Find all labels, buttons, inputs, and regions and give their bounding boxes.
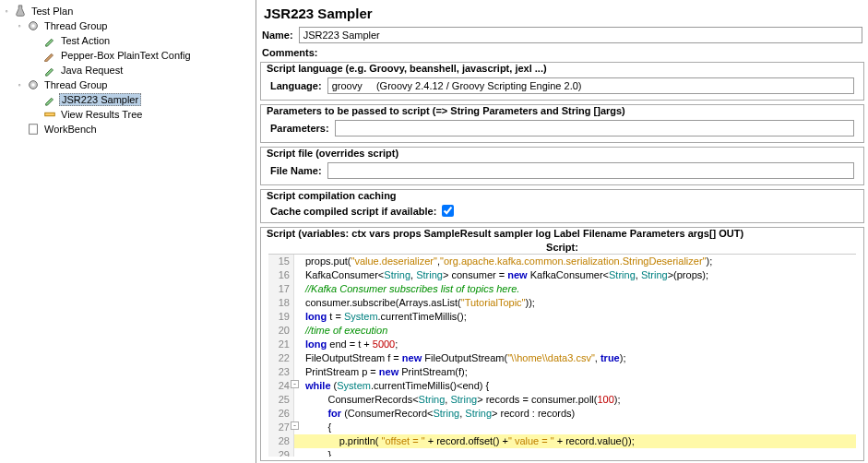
language-fieldset: Script language (e.g. Groovy, beanshell,…	[260, 62, 864, 101]
language-legend: Script language (e.g. Groovy, beanshell,…	[265, 63, 549, 74]
gear-icon	[26, 77, 41, 92]
code-area[interactable]: props.put("value.deserializer","org.apac…	[294, 255, 856, 457]
tree-label: Pepper-Box PlainText Config	[59, 50, 193, 61]
cache-legend: Script compilation caching	[265, 190, 398, 201]
language-label: Language:	[270, 80, 322, 91]
tree-label: JSR223 Sampler	[59, 93, 141, 106]
tree-label: View Results Tree	[59, 109, 144, 120]
properties-panel: JSR223 Sampler Name: Comments: Script la…	[256, 0, 868, 463]
tree-toggle-icon[interactable]: ◦	[2, 6, 11, 16]
svg-rect-4	[45, 113, 55, 116]
gear-icon	[26, 18, 41, 33]
cache-checkbox[interactable]	[442, 205, 454, 217]
tree-label: Test Action	[59, 35, 112, 46]
scriptfile-fieldset: Script file (overrides script) File Name…	[260, 147, 864, 185]
scriptfile-legend: Script file (overrides script)	[265, 148, 400, 159]
tree-label: Java Request	[59, 65, 125, 76]
name-input[interactable]	[299, 27, 862, 43]
tree-toggle-icon[interactable]: ◦	[15, 80, 24, 89]
ruler-icon	[42, 107, 57, 122]
tree-item-java-request[interactable]: Java Request	[2, 63, 254, 77]
tree-root[interactable]: ◦ Test Plan	[2, 4, 254, 18]
tree-item-test-action[interactable]: Test Action	[2, 33, 254, 48]
tree-item-thread-group-2[interactable]: ◦ Thread Group	[2, 77, 254, 92]
tree-label: Test Plan	[30, 6, 75, 17]
svg-rect-5	[30, 125, 38, 135]
script-sublabel: Script:	[265, 241, 860, 254]
tree-item-workbench[interactable]: WorkBench	[2, 122, 254, 137]
language-select[interactable]	[327, 77, 854, 94]
line-gutter: 15161718192021222324-252627-282930313233	[268, 255, 294, 457]
cache-fieldset: Script compilation caching Cache compile…	[260, 189, 864, 223]
tree-item-view-results[interactable]: View Results Tree	[2, 107, 254, 122]
filename-label: File Name:	[270, 165, 322, 176]
dropper-icon	[42, 92, 57, 107]
tree-item-pepperbox[interactable]: Pepper-Box PlainText Config	[2, 48, 254, 63]
name-label: Name:	[262, 30, 293, 41]
svg-point-1	[31, 24, 35, 28]
tree-label: Thread Group	[42, 20, 109, 31]
parameters-input[interactable]	[335, 120, 854, 137]
svg-point-3	[31, 83, 35, 87]
clipboard-icon	[26, 122, 41, 137]
filename-input[interactable]	[327, 162, 854, 179]
cache-label: Cache compiled script if available:	[270, 206, 436, 217]
script-legend: Script (variables: ctx vars props Sample…	[265, 228, 860, 239]
parameters-legend: Parameters to be passed to script (=> St…	[265, 105, 627, 116]
parameters-fieldset: Parameters to be passed to script (=> St…	[260, 104, 864, 143]
dropper-icon	[42, 63, 57, 77]
dropper-icon	[42, 33, 57, 48]
wrench-icon	[42, 48, 57, 63]
parameters-label: Parameters:	[270, 123, 329, 134]
panel-title: JSR223 Sampler	[256, 0, 868, 25]
tree-panel: ◦ Test Plan ◦ Thread Group Test Action P…	[0, 0, 256, 463]
tree-label: Thread Group	[42, 79, 109, 90]
comments-label: Comments:	[262, 47, 318, 58]
code-editor[interactable]: 15161718192021222324-252627-282930313233…	[268, 254, 856, 457]
tree-item-thread-group-1[interactable]: ◦ Thread Group	[2, 18, 254, 33]
tree-toggle-icon[interactable]: ◦	[15, 21, 24, 30]
tree-item-jsr223[interactable]: JSR223 Sampler	[2, 92, 254, 107]
script-fieldset: Script (variables: ctx vars props Sample…	[260, 227, 864, 461]
tree-label: WorkBench	[42, 124, 99, 135]
flask-icon	[13, 4, 28, 18]
